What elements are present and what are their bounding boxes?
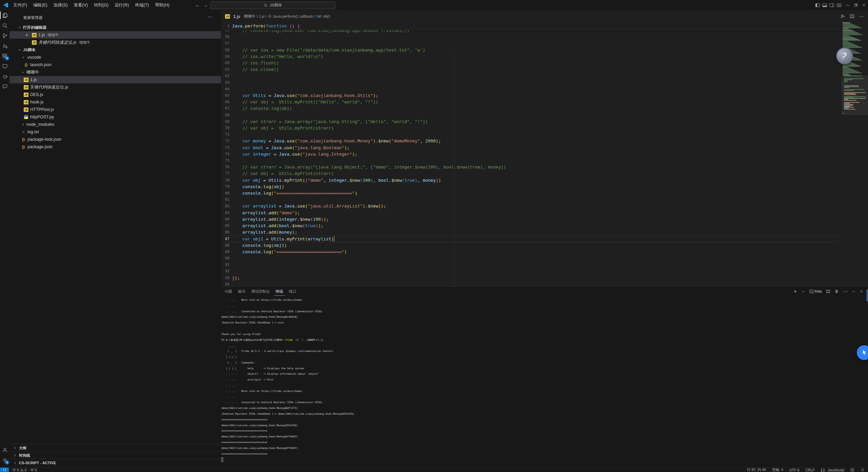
active-file-name[interactable]: 1.js [233, 14, 240, 19]
menu-item[interactable]: 查看(V) [71, 0, 91, 10]
tree-item-.vscode[interactable]: .vscode [9, 54, 221, 61]
open-editor-item[interactable]: ✕JS1.js嘟嘟牛 [9, 31, 221, 39]
chat-icon[interactable] [0, 81, 9, 92]
terminal-dropdown-icon[interactable] [802, 290, 805, 293]
maximize-panel-icon[interactable] [852, 290, 855, 293]
command-center-search[interactable]: JS脚本 [210, 1, 336, 9]
problems-status[interactable]: 0 0 [12, 468, 27, 472]
cursor-position-status[interactable]: 行 87, 列 40 [747, 468, 766, 472]
remote-indicator[interactable] [0, 468, 9, 472]
breadcrumb-item[interactable]: 嘟嘟牛 [244, 14, 256, 19]
frida-float-badge[interactable] [836, 47, 853, 64]
breadcrumb-item[interactable]: Java.perform() callback [273, 14, 313, 18]
tree-item-httpPOST.py[interactable]: httpPOST.py [9, 113, 221, 121]
encoding-status[interactable]: UTF-8 [789, 468, 800, 472]
panel-more-actions-icon[interactable]: ⋯ [843, 289, 848, 294]
menu-item[interactable]: 终端(T) [132, 0, 152, 10]
settings-gear-icon[interactable]: 1 [0, 455, 9, 465]
vscode-window: 文件(F)编辑(E)选择(S)查看(V)转到(G)运行(R)终端(T)帮助(H)… [0, 0, 868, 472]
minimize-button[interactable] [844, 0, 852, 10]
menu-item[interactable]: 帮助(H) [152, 0, 172, 10]
minimap-line [843, 31, 855, 32]
editor-layout-status-icon[interactable] [850, 468, 854, 472]
minimap-line [843, 29, 851, 30]
toggle-panel-icon[interactable] [822, 3, 827, 8]
line-number: 90 [221, 255, 230, 261]
tree-item-log.txt[interactable]: ≡log.txt [9, 128, 221, 136]
editor-more-actions-icon[interactable]: ⋯ [859, 14, 864, 19]
panel-tab-调试控制台[interactable]: 调试控制台 [250, 287, 272, 296]
open-editors-section[interactable]: 打开的编辑器 [9, 24, 221, 31]
kill-terminal-icon[interactable] [834, 289, 839, 294]
menu-item[interactable]: 编辑(E) [30, 0, 51, 10]
account-icon[interactable] [0, 445, 9, 455]
tree-item-hook.js[interactable]: JShook.js [9, 98, 221, 106]
forward-arrow-icon[interactable]: → [203, 2, 208, 8]
close-button[interactable] [860, 0, 868, 10]
panel-tab-终端[interactable]: 终端 [274, 287, 285, 296]
split-editor-icon[interactable] [850, 14, 854, 19]
language-mode-status[interactable]: { } JavaScript [821, 468, 844, 472]
sidebar-section-0[interactable]: 大纲 [9, 444, 221, 452]
sidebar-section-2[interactable]: CS-SCRIPT - ACTIVE [9, 459, 221, 467]
run-debug-icon[interactable] [0, 41, 9, 51]
open-editor-description: 嘟嘟牛 [79, 40, 91, 45]
line-number: 78 [221, 177, 230, 183]
terminal-output[interactable]: . . . . More info at https://frida.re/do… [221, 296, 868, 468]
back-arrow-icon[interactable]: ← [195, 2, 200, 8]
restore-button[interactable] [852, 0, 860, 10]
panel-scrollbar-thumb[interactable] [867, 290, 868, 301]
tree-item-node_modules[interactable]: node_modules [9, 121, 221, 128]
ports-status[interactable]: 0 [30, 468, 37, 472]
open-editor-item[interactable]: JS关键代码快速定位.js嘟嘟牛 [9, 39, 221, 46]
tree-item-package-lock.json[interactable]: {}package-lock.json [9, 136, 221, 143]
source-control-icon[interactable] [0, 31, 9, 41]
customize-layout-icon[interactable] [836, 3, 842, 8]
menu-item[interactable]: 选择(S) [51, 0, 71, 10]
eol-status[interactable]: CRLF [806, 468, 815, 472]
toggle-secondary-sidebar-icon[interactable] [829, 3, 834, 8]
panel-tabs: 问题输出调试控制台终端端口 [223, 287, 298, 296]
menu-item[interactable]: 文件(F) [10, 0, 30, 10]
workspace-root-section[interactable]: JS脚本 [9, 46, 221, 54]
tree-item-launch.json[interactable]: {}launch.json [9, 61, 221, 68]
sidebar-more-actions-icon[interactable]: ⋯ [208, 14, 212, 19]
sidebar-section-1[interactable]: 时间线 [9, 451, 221, 459]
search-sidebar-icon[interactable] [0, 20, 9, 31]
menu-item[interactable]: 运行(R) [112, 0, 132, 10]
menu-item[interactable]: 转到(G) [91, 0, 112, 10]
close-icon[interactable]: ✕ [25, 33, 28, 37]
indentation-status[interactable]: 空格: 4 [772, 468, 783, 472]
cup-icon[interactable] [0, 71, 9, 81]
run-file-icon[interactable] [840, 14, 845, 19]
terminal-instance[interactable]: frida [809, 289, 822, 294]
new-terminal-icon[interactable] [793, 289, 797, 294]
code-editor[interactable]: 55 // console.log(Java.use("com.xiaojian… [221, 22, 868, 287]
tree-item-HTTPPost.js[interactable]: JSHTTPPost.js [9, 106, 221, 113]
notifications-bell-icon[interactable] [861, 468, 865, 472]
tree-item-.js[interactable]: JS关键代码快速定位.js [9, 83, 221, 91]
remote-explorer-icon[interactable] [0, 61, 9, 71]
extensions-icon[interactable]: 2 [0, 51, 9, 61]
split-terminal-icon[interactable] [826, 289, 830, 294]
minimap-line [844, 98, 866, 99]
tree-item-package.json[interactable]: {}package.json [9, 143, 221, 151]
panel-tab-问题[interactable]: 问题 [223, 287, 234, 296]
terminal-line: . . . . Connected to Android Emulator 55… [221, 309, 859, 315]
breadcrumb[interactable]: 嘟嘟牛\1.js\Java.perform() callback\[@]obj1 [243, 14, 330, 19]
close-panel-icon[interactable] [860, 290, 863, 293]
line-number: 61 [221, 66, 230, 73]
terminal-line: demo|100|true|com.xiaojianbang.hook.Mone… [221, 446, 859, 451]
toggle-sidebar-icon[interactable] [815, 3, 820, 8]
breadcrumb-item[interactable]: 1.js [259, 14, 265, 18]
tree-item-label: node_modules [26, 122, 54, 127]
code-line-87: 87 var obj1 = Utils.myPrint(arraylist) [221, 235, 839, 242]
panel-tab-输出[interactable]: 输出 [236, 287, 247, 296]
panel-tab-端口[interactable]: 端口 [287, 287, 298, 296]
breadcrumb-item[interactable]: obj1 [323, 14, 330, 18]
tree-item-1.js[interactable]: JS1.js [9, 76, 221, 83]
tree-item-[interactable]: 嘟嘟牛 [9, 68, 221, 76]
tree-item-DES.js[interactable]: JSDES.js [9, 91, 221, 98]
js-file-icon: JS [24, 85, 28, 90]
explorer-icon[interactable] [0, 10, 9, 20]
